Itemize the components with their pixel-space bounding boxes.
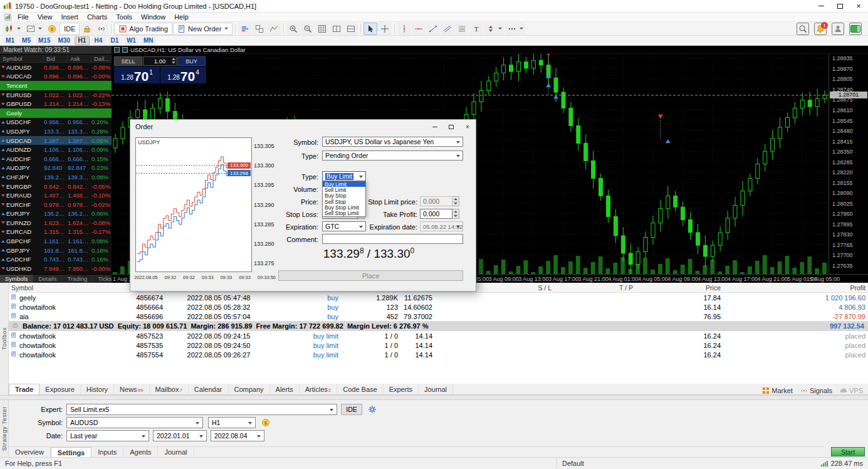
buy-button[interactable]: BUY [177,56,206,66]
market-watch-row-chfjpy[interactable]: CHFJPY139.2…139.3…0.08% [0,172,112,182]
vps-button[interactable]: VPS [840,387,863,394]
market-watch-row-usdhkd[interactable]: USDHKD7.849…7.850…-0.00% [0,264,112,273]
ide-button[interactable]: IDE [341,404,362,415]
dialog-close-button[interactable]: × [459,120,476,134]
menu-item-help[interactable]: Help [170,13,193,21]
market-depth-button[interactable] [238,23,252,35]
date-from-field[interactable]: 2022.01.01 [153,430,207,441]
market-watch-row-gbpusd[interactable]: GBPUSD1.214…1.214…-0.13% [0,99,112,108]
toolbox-tab-code-base[interactable]: Code Base [337,384,383,394]
toolbox-tab-history[interactable]: History [81,384,114,394]
start-button[interactable]: Start [831,447,865,456]
search-button[interactable] [797,23,809,35]
zoom-in-button[interactable] [286,23,300,35]
comment-field[interactable] [322,234,463,244]
toolbox-tab-trade[interactable]: Trade [9,384,39,394]
zigzag-button[interactable] [267,23,281,35]
period-select[interactable]: H1 [208,417,256,428]
market-watch-header[interactable]: Market Watch: 09:33:51 [0,46,112,55]
strategy-tester-side-caption[interactable]: Strategy Tester [0,400,9,457]
timeframe-m15[interactable]: M15 [35,36,53,45]
toolbox-tab-articles[interactable]: Articles2 [300,384,338,394]
market-watch-row-eurjpy[interactable]: EURJPY136.2…136.2…0.06% [0,209,112,219]
trade-column-price-8[interactable]: Price [635,284,723,292]
volume-spin-buttons[interactable] [172,58,175,64]
deposit-button[interactable]: $ [45,23,59,35]
menu-item-insert[interactable]: Insert [56,13,83,21]
market-watch-row-audusd[interactable]: AUDUSD0.696…0.696…-0.08% [0,63,112,72]
chart-document-icon[interactable] [4,14,11,21]
tester-tab-inputs[interactable]: Inputs [92,447,123,457]
trade-row[interactable]: chowtaifook48566642022.08.05 05:28:32buy… [9,302,868,312]
date-range-select[interactable]: Last year [66,430,149,441]
timeframe-h1[interactable]: H1 [75,36,90,45]
ide-button[interactable]: IDE [60,23,80,35]
market-watch-row-tencent[interactable]: Tencent [0,81,112,90]
more-button[interactable] [505,23,526,35]
broadcast-button[interactable] [95,23,108,35]
channel-button[interactable] [441,23,454,35]
toolbox-tab-alerts[interactable]: Alerts [270,384,300,394]
toolbox-tab-experts[interactable]: Experts [384,384,419,394]
trade-row[interactable]: geely48566742022.08.05 05:47:48buy1.289K… [9,293,868,302]
algo-trading-button[interactable]: Algo Trading [114,23,172,35]
new-order-button[interactable]: New Order [173,23,233,35]
market-watch-row-audjpy[interactable]: AUDJPY92.84092.8470.23% [0,164,112,173]
chart-type-button[interactable] [3,23,23,35]
toolbox-tab-journal[interactable]: Journal [419,384,453,394]
market-watch-column-dail-[interactable]: Dail... [92,55,112,62]
market-watch-tab-symbols[interactable]: Symbols [0,275,33,283]
toolbox-tab-mailbox[interactable]: Mailbox7 [150,384,189,394]
cursor-button[interactable] [363,23,377,35]
lock-button[interactable] [80,23,94,35]
market-watch-row-audcad[interactable]: AUDCAD0.896…0.896…-0.00% [0,72,112,82]
vline-button[interactable] [397,23,411,35]
market-watch-column-bid[interactable]: Bid [44,55,68,62]
order-type-option-sell-limit[interactable]: Sell Limit [323,187,365,192]
tile-windows-button[interactable] [253,23,266,35]
signals-button[interactable]: Signals [800,387,832,394]
expert-settings-gear-icon[interactable] [366,404,379,415]
fibonacci-button[interactable] [455,23,469,35]
toolbox-tab-company[interactable]: Company [229,384,270,394]
arrows-button[interactable] [484,23,505,35]
order-type-option-buy-stop[interactable]: Buy Stop [323,193,365,199]
tile-v-button[interactable] [344,23,358,35]
trendline-button[interactable] [426,23,440,35]
volume-stepper[interactable]: 1.00 [143,56,177,66]
tester-tab-overview[interactable]: Overview [9,447,51,457]
timeframe-h4[interactable]: H4 [91,36,106,45]
order-symbol-select[interactable]: USDJPY, US Dollar vs Japanese Yen [322,137,463,147]
order-type-option-buy-limit[interactable]: Buy Limit [323,181,365,187]
order-type-select[interactable]: Buy Limit [322,171,366,181]
toolbox-tab-calendar[interactable]: Calendar [189,384,229,394]
sell-button[interactable]: SELL [114,56,142,66]
market-watch-row-eurcad[interactable]: EURCAD1.315…1.315…-0.17% [0,228,112,237]
price-scale[interactable]: 1.289351.288701.288051.287401.286751.286… [829,54,868,274]
order-type-option-buy-stop-limit[interactable]: Buy Stop Limit [323,204,365,210]
crosshair-button[interactable] [378,23,392,35]
grid-button[interactable] [315,23,329,35]
order-kind-select[interactable]: Pending Order [322,150,463,161]
tester-tab-journal[interactable]: Journal [158,447,194,457]
menu-item-file[interactable]: File [13,13,33,21]
trade-row[interactable]: chowtaifook48575352022.08.05 09:24:50buy… [9,340,868,350]
maximize-button[interactable] [830,0,849,12]
market-watch-row-audchf[interactable]: AUDCHF0.666…0.666…0.15% [0,154,112,164]
chart-window-icon[interactable] [114,47,120,53]
deposit-currency-icon[interactable]: $ [259,417,272,428]
market-watch-row-eurchf[interactable]: EURCHF0.978…0.978…-0.02% [0,200,112,209]
trade-column-t-p-7[interactable]: T / P [554,284,635,292]
timeframe-m5[interactable]: M5 [19,36,34,45]
user-button[interactable] [832,23,844,35]
close-button[interactable]: × [849,0,868,12]
toolbox-side-caption[interactable]: Toolbox [0,283,9,395]
text-tool-button[interactable]: T [469,23,483,35]
menu-item-tools[interactable]: Tools [112,13,137,21]
market-watch-row-eurgbp[interactable]: EURGBP0.842…0.842…-0.05% [0,182,112,191]
dialog-minimize-button[interactable] [427,120,443,134]
trade-row[interactable]: aia48566962022.08.05 05:57:04buy45279.37… [9,312,868,321]
market-button[interactable]: Market [762,387,793,394]
date-to-field[interactable]: 2022.08.04 [211,430,264,441]
market-watch-row-gbpjpy[interactable]: GBPJPY161.8…161.8…0.18% [0,246,112,255]
